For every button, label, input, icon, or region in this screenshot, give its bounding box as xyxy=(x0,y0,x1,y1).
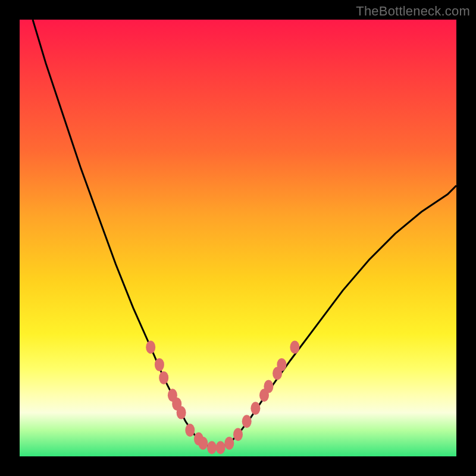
curve-marker xyxy=(216,441,226,454)
chart-frame: TheBottleneck.com xyxy=(0,0,476,476)
bottleneck-curve xyxy=(33,20,456,447)
curve-marker xyxy=(250,402,260,415)
curve-marker xyxy=(277,358,286,371)
plot-area xyxy=(20,20,456,456)
curve-marker xyxy=(290,341,299,354)
curve-marker xyxy=(264,380,273,393)
curve-layer xyxy=(20,20,456,456)
curve-marker xyxy=(177,406,186,419)
watermark-text: TheBottleneck.com xyxy=(356,4,470,19)
curve-marker xyxy=(224,437,234,450)
curve-marker xyxy=(207,441,217,454)
curve-marker xyxy=(185,424,195,437)
curve-marker xyxy=(242,415,252,428)
curve-marker xyxy=(146,341,155,354)
curve-markers xyxy=(146,341,299,455)
curve-marker xyxy=(198,437,208,450)
curve-marker xyxy=(155,358,164,371)
curve-marker xyxy=(233,428,243,441)
curve-marker xyxy=(159,371,168,384)
